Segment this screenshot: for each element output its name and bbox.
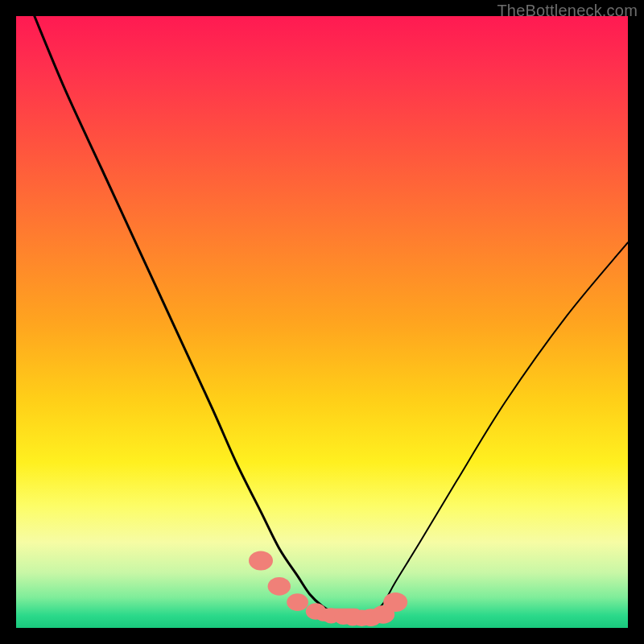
marker-band (249, 551, 407, 626)
marker-dot (287, 593, 308, 611)
marker-dot (268, 577, 291, 596)
marker-dot (249, 551, 273, 570)
chart-frame: TheBottleneck.com (0, 0, 644, 644)
left-curve (35, 16, 359, 618)
plot-area (16, 16, 628, 628)
marker-dot (383, 592, 407, 612)
chart-svg (16, 16, 628, 628)
right-curve (359, 242, 628, 618)
watermark-text: TheBottleneck.com (497, 2, 638, 20)
